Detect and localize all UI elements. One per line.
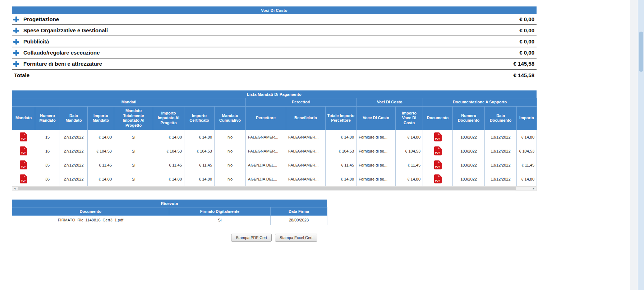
- ricevuta-header-row: Documento Firmato Digitalmente Data Firm…: [12, 207, 327, 215]
- importo-certificato-cell: € 14,80: [184, 130, 215, 144]
- pdf-file-icon[interactable]: PDF: [434, 132, 442, 141]
- ricevuta-panel: Ricevuta Documento Firmato Digitalmente …: [12, 200, 327, 225]
- voci-row-amount: € 0,00: [519, 38, 535, 45]
- numero-mandato-cell: 15: [35, 130, 60, 144]
- beneficiario-link[interactable]: FALEGNAMER...: [288, 149, 318, 153]
- numero-documento-cell: 183/2022: [453, 158, 485, 172]
- col-header-importo-voce-di-costo: Importo Voce Di Costo: [396, 106, 423, 130]
- data-documento-cell: 13/12/2022: [485, 158, 517, 172]
- col-header-importo-mandato: Importo Mandato: [88, 106, 114, 130]
- group-header-voci-di-costo: Voci Di Costo: [356, 98, 423, 107]
- page-vertical-scrollbar[interactable]: [638, 0, 644, 290]
- numero-documento-cell: 183/2022: [453, 172, 485, 186]
- pdf-file-icon[interactable]: PDF: [20, 174, 27, 183]
- voci-row-label: Collaudo/regolare esecuzione: [23, 50, 100, 56]
- pdf-file-icon[interactable]: PDF: [434, 146, 442, 155]
- voci-row-collaudo: Collaudo/regolare esecuzione € 0,00: [12, 47, 537, 58]
- importo-voce-di-costo-cell: € 11,45: [396, 158, 423, 172]
- voci-row-label: Pubblicità: [23, 38, 49, 45]
- mandato-row: PDF 36 27/12/2022 € 14,80 Si € 14,80 € 1…: [12, 172, 537, 186]
- voci-row-spese-organizzative: Spese Organizzative e Gestionali € 0,00: [12, 24, 537, 36]
- importo-voce-di-costo-cell: € 14,80: [396, 172, 423, 186]
- percettore-link[interactable]: AGENZIA DEL...: [248, 163, 277, 167]
- right-gutter: [630, 0, 638, 290]
- mandati-column-header-row: Mandato Numero Mandato Data Mandato Impo…: [12, 106, 537, 130]
- pdf-file-icon[interactable]: PDF: [20, 160, 27, 169]
- pdf-icon-label: PDF: [20, 179, 27, 182]
- ricevuta-title: Ricevuta: [12, 200, 327, 207]
- mandati-table: Mandati Percettori Voci Di Costo Documen…: [12, 98, 537, 186]
- percettore-link[interactable]: FALEGNAMER...: [248, 135, 278, 139]
- voci-row-amount: € 0,00: [519, 16, 535, 22]
- importo-documento-cell: € 14,80: [517, 130, 537, 144]
- importo-imputato-cell: € 11,45: [153, 158, 184, 172]
- mandato-cumulativo-cell: No: [215, 130, 246, 144]
- totalmente-imputato-cell: Si: [114, 144, 153, 158]
- stampa-excel-cert-button[interactable]: Stampa Excel Cert: [275, 234, 317, 242]
- data-mandato-cell: 27/12/2022: [60, 158, 88, 172]
- importo-mandato-cell: € 14,80: [88, 172, 114, 186]
- ricevuta-document-link[interactable]: FIRMATO_Ric_1148816_Cert3_1.pdf: [58, 218, 123, 222]
- hscroll-track[interactable]: [17, 187, 531, 191]
- pdf-icon-label: PDF: [434, 151, 442, 154]
- pdf-file-icon[interactable]: PDF: [434, 160, 442, 169]
- stampa-pdf-cert-button[interactable]: Stampa PDF Cert: [231, 234, 272, 242]
- pdf-icon-label: PDF: [20, 137, 27, 140]
- importo-mandato-cell: € 11,45: [88, 158, 114, 172]
- importo-imputato-cell: € 14,80: [153, 172, 184, 186]
- importo-voce-di-costo-cell: € 14,80: [396, 130, 423, 144]
- pdf-icon-label: PDF: [434, 137, 442, 140]
- mandato-cumulativo-cell: No: [215, 172, 246, 186]
- col-header-totalmente-imputato: Mandato Totalmente Imputato Al Progetto: [114, 106, 153, 130]
- pdf-file-icon[interactable]: PDF: [20, 146, 27, 155]
- beneficiario-link[interactable]: FALEGNAMER...: [288, 177, 318, 181]
- col-header-importo: Importo: [517, 106, 537, 130]
- expand-plus-icon[interactable]: [13, 28, 19, 33]
- hscroll-thumb[interactable]: [18, 187, 516, 190]
- voce-di-costo-cell: Forniture di be...: [356, 130, 396, 144]
- beneficiario-link[interactable]: FALEGNAMER...: [288, 135, 318, 139]
- expand-plus-icon[interactable]: [13, 61, 19, 67]
- importo-imputato-cell: € 14,80: [153, 130, 184, 144]
- voci-di-costo-title: Voci Di Costo: [12, 6, 537, 14]
- scroll-right-arrow-icon[interactable]: ►: [531, 187, 536, 191]
- expand-plus-icon[interactable]: [13, 39, 19, 45]
- pdf-icon-label: PDF: [20, 165, 27, 168]
- voci-row-amount: € 145,58: [514, 61, 535, 67]
- importo-certificato-cell: € 104,53: [184, 144, 215, 158]
- ricevuta-row: FIRMATO_Ric_1148816_Cert3_1.pdf Si 28/09…: [12, 215, 327, 225]
- voci-row-amount: € 0,00: [519, 27, 535, 33]
- col-header-data-documento: Data Documento: [485, 106, 517, 130]
- firmato-digitalmente-cell: Si: [169, 215, 271, 225]
- mandati-title: Lista Mandati Di Pagamento: [12, 90, 537, 98]
- pdf-icon-label: PDF: [434, 179, 442, 182]
- mandati-horizontal-scrollbar[interactable]: ◄ ►: [12, 186, 537, 191]
- totale-importo-percettore-cell: € 11,45: [326, 158, 356, 172]
- col-header-firmato-digitalmente: Firmato Digitalmente: [169, 207, 271, 215]
- col-header-beneficiario: Beneficiario: [286, 106, 326, 130]
- percettore-link[interactable]: AGENZIA DEL...: [248, 177, 277, 181]
- group-header-percettori: Percettori: [246, 98, 356, 107]
- pdf-file-icon[interactable]: PDF: [20, 132, 27, 141]
- col-header-documento: Documento: [12, 207, 169, 215]
- voci-total-label: Totale: [13, 72, 29, 78]
- expand-plus-icon[interactable]: [13, 17, 19, 22]
- beneficiario-link[interactable]: FALEGNAMER...: [288, 163, 318, 167]
- data-mandato-cell: 27/12/2022: [60, 130, 88, 144]
- col-header-numero-documento: Numero Documento: [453, 106, 485, 130]
- col-header-importo-certificato: Importo Certificato: [184, 106, 215, 130]
- voce-di-costo-cell: Forniture di be...: [356, 144, 396, 158]
- data-mandato-cell: 27/12/2022: [60, 144, 88, 158]
- pdf-file-icon[interactable]: PDF: [434, 174, 442, 183]
- expand-plus-icon[interactable]: [13, 50, 19, 56]
- vscroll-thumb[interactable]: [639, 32, 643, 72]
- col-header-percettore: Percettore: [246, 106, 286, 130]
- numero-mandato-cell: 36: [35, 172, 60, 186]
- voce-di-costo-cell: Forniture di be...: [356, 172, 396, 186]
- importo-mandato-cell: € 104,53: [88, 144, 114, 158]
- scroll-left-arrow-icon[interactable]: ◄: [12, 187, 17, 191]
- col-header-data-mandato: Data Mandato: [60, 106, 88, 130]
- importo-certificato-cell: € 11,45: [184, 158, 215, 172]
- voci-row-progettazione: Progettazione € 0,00: [12, 14, 537, 24]
- percettore-link[interactable]: FALEGNAMER...: [248, 149, 278, 153]
